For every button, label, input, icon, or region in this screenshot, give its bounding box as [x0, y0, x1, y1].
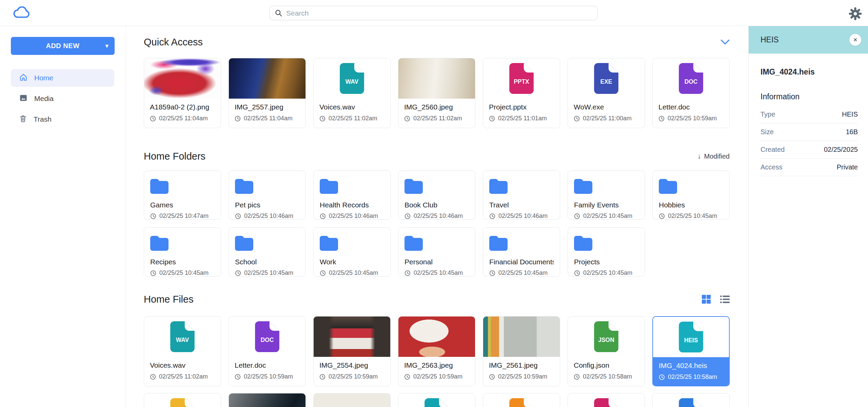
file-card[interactable]	[568, 393, 645, 407]
file-date-text: 02/25/25 10:58am	[583, 373, 632, 380]
file-thumbnail	[314, 393, 390, 407]
file-date-text: 02/25/25 10:45am	[414, 269, 463, 277]
folder-card[interactable]: Pet pics02/25/25 10:46am	[229, 170, 306, 220]
folder-card[interactable]: Book Club02/25/25 10:46am	[398, 170, 475, 220]
file-icon-area: WAV	[144, 317, 221, 357]
file-date: 02/25/25 10:59am	[489, 373, 554, 380]
file-type-icon: PPTX	[509, 63, 534, 94]
folder-card[interactable]: Games02/25/25 10:47am	[144, 170, 221, 220]
folder-card[interactable]: Projects02/25/25 10:45am	[568, 227, 645, 277]
file-card[interactable]: DOC Letter.doc02/25/25 10:59am	[229, 316, 306, 386]
file-card[interactable]	[144, 393, 221, 407]
file-icon-area: WAV	[314, 58, 390, 99]
file-date-text: 02/25/25 10:45am	[329, 269, 378, 277]
file-date-text: 02/25/25 10:45am	[583, 269, 632, 277]
folder-card[interactable]: Personal02/25/25 10:45am	[398, 227, 475, 277]
file-card[interactable]	[229, 393, 306, 407]
folder-card[interactable]: Hobbies02/25/25 10:45am	[652, 170, 730, 220]
file-type-icon: DOC	[255, 321, 280, 352]
folder-card[interactable]: Recipes02/25/25 10:45am	[144, 227, 221, 277]
file-card[interactable]: JSON Config.json02/25/25 10:58am	[568, 316, 645, 386]
top-bar	[0, 0, 868, 26]
file-name: IMG_2560.jpeg	[404, 103, 469, 111]
cloud-logo-icon[interactable]	[13, 5, 31, 20]
file-card[interactable]	[313, 393, 391, 407]
file-date: 02/25/25 11:04am	[150, 115, 215, 122]
file-date: 02/25/25 10:45am	[489, 269, 554, 277]
file-icon-area: DOC	[653, 58, 729, 99]
info-row-created: Created02/25/2025	[761, 141, 858, 159]
file-card[interactable]: EXE WoW.exe02/25/25 11:00am	[568, 58, 645, 128]
file-card[interactable]	[398, 393, 475, 407]
folder-card[interactable]: Health Records02/25/25 10:46am	[313, 170, 391, 220]
clock-icon	[489, 374, 495, 380]
folder-card[interactable]: School02/25/25 10:45am	[229, 227, 306, 277]
folder-card[interactable]: Work02/25/25 10:45am	[313, 227, 391, 277]
clock-icon	[319, 374, 326, 380]
folder-card[interactable]: Family Events02/25/25 10:45am	[568, 170, 645, 220]
file-date-text: 02/25/25 11:02am	[329, 115, 377, 122]
space-thumbnail	[229, 58, 305, 99]
gear-icon[interactable]	[848, 6, 863, 21]
add-new-button[interactable]: ADD NEW ▾	[11, 37, 115, 55]
file-card[interactable]: IMG_2563.jpeg02/25/25 10:59am	[398, 316, 475, 386]
clock-icon	[659, 213, 665, 219]
file-card[interactable]: DOC Letter.doc02/25/25 10:59am	[652, 58, 730, 128]
search-box	[270, 6, 598, 20]
file-meta: WoW.exe02/25/25 11:00am	[568, 99, 645, 128]
folder-card[interactable]: Travel02/25/25 10:46am	[483, 170, 560, 220]
main-content: Quick Access A1859a0-2 (2).png02/25/25 1…	[125, 26, 748, 407]
file-date-text: 02/25/25 10:59am	[498, 373, 547, 380]
search-input[interactable]	[270, 6, 598, 20]
file-type-icon: HEIS	[678, 321, 704, 353]
file-meta: Voices.wav02/25/25 11:02am	[144, 357, 221, 386]
file-card[interactable]: IMG_2557.jpeg02/25/25 11:04am	[229, 58, 306, 128]
quick-access-title: Quick Access	[144, 37, 203, 48]
file-card[interactable]	[652, 393, 730, 407]
grid-view-icon[interactable]	[702, 294, 711, 304]
info-row-value: 16B	[846, 128, 858, 136]
sort-label: Modified	[704, 152, 730, 160]
file-card[interactable]: PPTX Project.pptx02/25/25 11:01am	[483, 58, 560, 128]
file-card[interactable]: WAV Voices.wav02/25/25 11:02am	[144, 316, 221, 386]
file-type-icon: JSON	[594, 321, 619, 352]
folder-name: Personal	[405, 258, 469, 266]
file-thumbnail	[483, 317, 560, 357]
file-name: Letter.doc	[658, 103, 724, 111]
file-card[interactable]	[483, 393, 560, 407]
file-date-text: 02/25/25 11:01am	[498, 115, 547, 122]
home-icon	[19, 73, 28, 83]
folder-card[interactable]: Financial Documents02/25/25 10:45am	[483, 227, 560, 277]
girl-thumbnail	[314, 393, 390, 407]
info-panel-header: HEIS ×	[749, 26, 868, 54]
file-card[interactable]: A1859a0-2 (2).png02/25/25 11:04am	[144, 58, 221, 128]
file-card[interactable]: IMG_2560.jpeg02/25/25 11:02am	[398, 58, 475, 128]
add-new-label: ADD NEW	[46, 42, 79, 49]
file-card[interactable]: IMG_2554.jpeg02/25/25 10:59am	[313, 316, 391, 386]
sidebar-item-media[interactable]: Media	[11, 90, 114, 107]
list-view-icon[interactable]	[720, 295, 730, 304]
clock-icon	[150, 374, 156, 380]
file-date-text: 02/25/25 10:59am	[413, 373, 462, 380]
file-card[interactable]: WAV Voices.wav02/25/25 11:02am	[313, 58, 391, 128]
info-row-value: 02/25/2025	[824, 146, 858, 154]
search-icon	[275, 9, 282, 17]
svg-text:WAV: WAV	[346, 78, 359, 85]
file-date-text: 02/25/25 10:46am	[498, 212, 548, 220]
svg-text:WAV: WAV	[176, 337, 189, 343]
file-name: IMG_2557.jpeg	[235, 103, 300, 111]
close-icon[interactable]: ×	[849, 34, 861, 46]
file-name: IMG_4024.heis	[659, 362, 723, 370]
sidebar-item-label: Media	[34, 95, 54, 103]
file-icon-area	[144, 393, 221, 407]
sidebar-item-home[interactable]: Home	[11, 69, 114, 87]
file-card[interactable]: IMG_2561.jpeg02/25/25 10:59am	[483, 316, 560, 386]
chevron-down-icon[interactable]	[721, 39, 730, 45]
file-icon-area: JSON	[568, 317, 645, 357]
folder-icon	[405, 236, 423, 251]
clock-icon	[235, 270, 241, 276]
clock-icon	[405, 270, 411, 276]
sidebar-item-trash[interactable]: Trash	[11, 110, 114, 128]
sort-modified-button[interactable]: ↓ Modified	[697, 152, 730, 160]
file-card[interactable]: HEIS IMG_4024.heis02/25/25 10:58am	[652, 316, 730, 386]
